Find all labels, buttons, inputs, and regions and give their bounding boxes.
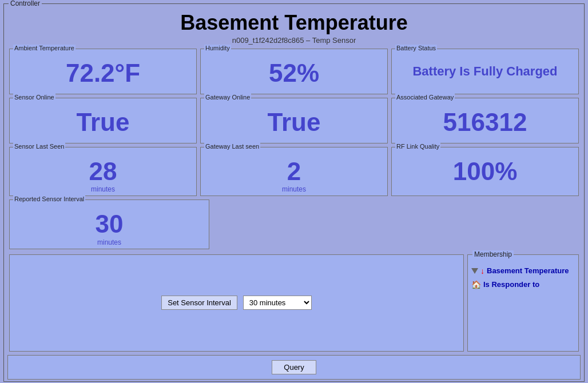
sensor-online-cell: Sensor Online True — [9, 98, 197, 143]
bottom-section: Set Sensor Interval 30 minutes 5 minutes… — [7, 253, 581, 353]
controller-panel: Controller Basement Temperature n009_t1f… — [3, 3, 585, 382]
humidity-label: Humidity — [204, 45, 231, 51]
gateway-last-seen-value: 2 — [204, 150, 384, 185]
controller-label: Controller — [9, 0, 42, 7]
row-3: Sensor Last Seen 28 minutes Gateway Last… — [7, 145, 581, 198]
controls-panel: Set Sensor Interval 30 minutes 5 minutes… — [9, 254, 464, 352]
gateway-online-value: True — [204, 101, 384, 136]
gateway-last-seen-label: Gateway Last seen — [204, 143, 260, 150]
sensor-online-label: Sensor Online — [13, 94, 55, 101]
humidity-value: 52% — [204, 51, 384, 87]
humidity-cell: Humidity 52% — [200, 49, 388, 94]
gateway-last-seen-subtext: minutes — [204, 185, 384, 193]
gateway-last-seen-cell: Gateway Last seen 2 minutes — [200, 147, 388, 196]
page-title: Basement Temperature — [6, 11, 582, 35]
gateway-online-label: Gateway Online — [204, 94, 251, 101]
device-subtitle: n009_t1f242d2f8c865 – Temp Sensor — [6, 36, 582, 45]
battery-status-cell: Battery Status Battery Is Fully Charged — [391, 49, 579, 94]
membership-panel: Membership ↓ Basement Temperature 🏠 Is R… — [467, 254, 579, 352]
row-1: Ambient Temperature 72.2°F Humidity 52% … — [7, 47, 581, 96]
gateway-online-cell: Gateway Online True — [200, 98, 388, 143]
triangle-icon — [471, 268, 478, 274]
controller-title-block: Basement Temperature n009_t1f242d2f8c865… — [4, 4, 584, 47]
associated-gateway-label: Associated Gateway — [395, 94, 455, 101]
associated-gateway-cell: Associated Gateway 516312 — [391, 98, 579, 143]
associated-gateway-value: 516312 — [395, 101, 575, 136]
ambient-temperature-cell: Ambient Temperature 72.2°F — [9, 49, 197, 94]
house-icon: 🏠 — [471, 280, 481, 289]
sensor-last-seen-label: Sensor Last Seen — [13, 143, 65, 150]
query-bar: Query — [7, 355, 581, 380]
sensor-last-seen-subtext: minutes — [13, 185, 193, 193]
reported-sensor-interval-cell: Reported Sensor Interval 30 minutes — [9, 200, 209, 249]
membership-label: Membership — [472, 250, 514, 258]
reported-sensor-interval-label: Reported Sensor Interval — [13, 196, 85, 202]
ambient-temperature-value: 72.2°F — [13, 51, 193, 87]
reported-sensor-interval-value: 30 — [13, 202, 205, 238]
rf-link-quality-label: RF Link Quality — [395, 143, 440, 150]
interval-select[interactable]: 30 minutes 5 minutes 10 minutes 15 minut… — [243, 296, 312, 310]
battery-status-label: Battery Status — [395, 45, 437, 51]
membership-item-2: 🏠 Is Responder to — [471, 280, 575, 289]
rf-link-quality-value: 100% — [395, 150, 575, 185]
battery-status-value: Battery Is Fully Charged — [395, 51, 575, 79]
reported-sensor-interval-subtext: minutes — [13, 238, 205, 246]
membership-link-basement[interactable]: Basement Temperature — [487, 266, 569, 275]
row-2: Sensor Online True Gateway Online True A… — [7, 96, 581, 145]
row-4: Reported Sensor Interval 30 minutes — [7, 198, 581, 250]
membership-item-1: ↓ Basement Temperature — [471, 266, 575, 276]
sensor-last-seen-cell: Sensor Last Seen 28 minutes — [9, 147, 197, 196]
sensor-last-seen-value: 28 — [13, 150, 193, 185]
query-button[interactable]: Query — [272, 360, 316, 374]
membership-responder-text[interactable]: Is Responder to — [483, 280, 539, 289]
down-arrow-icon: ↓ — [480, 266, 484, 276]
sensor-online-value: True — [13, 101, 193, 136]
set-sensor-interval-button[interactable]: Set Sensor Interval — [161, 296, 237, 310]
ambient-temperature-label: Ambient Temperature — [13, 45, 76, 51]
rf-link-quality-cell: RF Link Quality 100% — [391, 147, 579, 196]
sensor-interval-controls: Set Sensor Interval 30 minutes 5 minutes… — [161, 296, 312, 310]
